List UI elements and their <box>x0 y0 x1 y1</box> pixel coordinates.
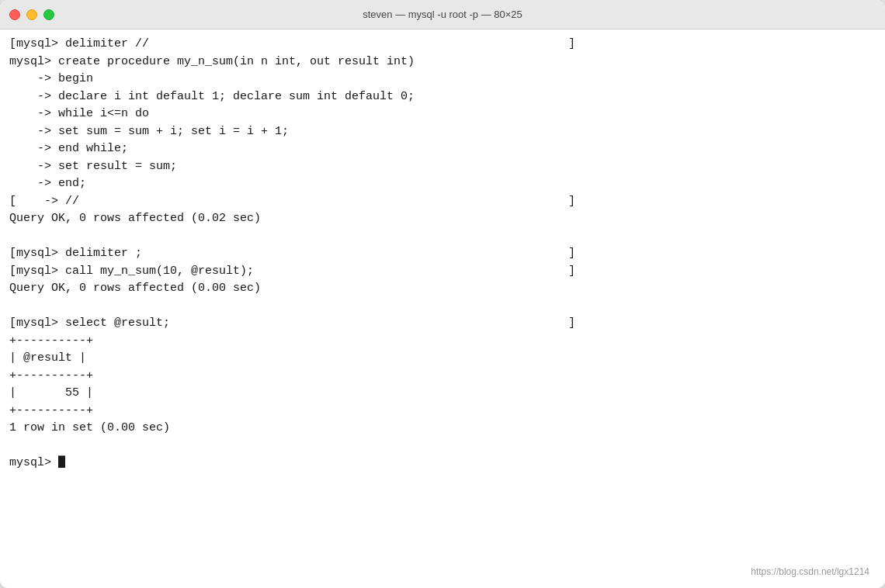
terminal-window: steven — mysql -u root -p — 80×25 [mysql… <box>0 0 885 588</box>
line-9: -> end; <box>9 177 86 190</box>
line-18: +----------+ <box>9 369 93 382</box>
terminal-body[interactable]: [mysql> delimiter // ] mysql> create pro… <box>0 29 885 588</box>
line-2: mysql> create procedure my_n_sum(in n in… <box>9 55 415 68</box>
line-5: -> while i<=n do <box>9 107 149 120</box>
line-6: -> set sum = sum + i; set i = i + 1; <box>9 125 289 138</box>
line-21: 1 row in set (0.00 sec) <box>9 421 170 434</box>
line-19: | 55 | <box>9 386 93 399</box>
traffic-lights <box>9 9 54 20</box>
window-title: steven — mysql -u root -p — 80×25 <box>363 9 522 20</box>
watermark: https://blog.csdn.net/lgx1214 <box>751 565 869 579</box>
line-12: [mysql> delimiter ; ] <box>9 247 575 260</box>
close-button[interactable] <box>9 9 20 20</box>
line-16: +----------+ <box>9 334 93 348</box>
line-13: [mysql> call my_n_sum(10, @result); ] <box>9 265 575 278</box>
line-7: -> end while; <box>9 142 128 155</box>
line-17: | @result | <box>9 351 86 365</box>
line-4: -> declare i int default 1; declare sum … <box>9 90 415 103</box>
terminal-output: [mysql> delimiter // ] mysql> create pro… <box>9 36 876 472</box>
line-10: [ -> // ] <box>9 195 575 208</box>
maximize-button[interactable] <box>43 9 54 20</box>
line-3: -> begin <box>9 72 93 85</box>
titlebar: steven — mysql -u root -p — 80×25 <box>0 0 885 29</box>
line-22: mysql> █ <box>9 456 65 469</box>
line-1: [mysql> delimiter // ] <box>9 37 575 50</box>
line-11: Query OK, 0 rows affected (0.02 sec) <box>9 212 261 225</box>
line-20: +----------+ <box>9 404 93 417</box>
line-8: -> set result = sum; <box>9 160 177 173</box>
terminal-content: [mysql> delimiter // ] mysql> create pro… <box>9 36 876 472</box>
line-15: [mysql> select @result; ] <box>9 316 575 330</box>
minimize-button[interactable] <box>26 9 37 20</box>
line-14: Query OK, 0 rows affected (0.00 sec) <box>9 282 261 295</box>
